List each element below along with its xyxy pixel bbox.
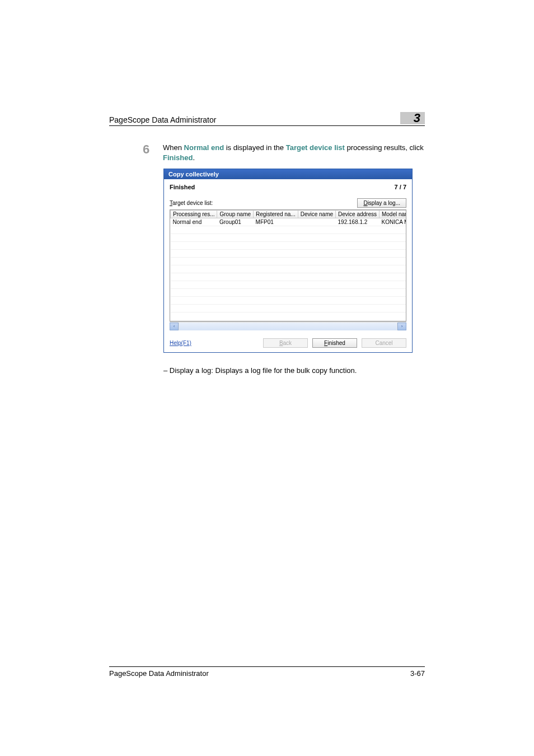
dialog-titlebar: Copy collectively [164, 169, 412, 179]
table-row[interactable]: Normal end Group01 MFP01 192.168.1.2 KON… [171, 218, 407, 226]
display-log-button[interactable]: Display a log... [357, 198, 406, 208]
chapter-number: 3 [400, 112, 425, 124]
col-device-address[interactable]: Device address [336, 211, 380, 218]
col-model-name[interactable]: Model name [379, 211, 406, 218]
display-log-note: – Display a log: Displays a log file for… [163, 366, 425, 375]
cell: MFP01 [254, 218, 298, 226]
table-row [171, 265, 407, 273]
table-row [171, 250, 407, 258]
cell: Group01 [217, 218, 254, 226]
horizontal-scrollbar[interactable]: ‹ › [170, 321, 406, 330]
table-row [171, 281, 407, 289]
copy-collectively-dialog: Copy collectively Finished 7 / 7 TTarget… [163, 169, 413, 353]
scroll-track[interactable] [179, 323, 397, 330]
step-6: 6 When Normal end is displayed in the Ta… [143, 143, 425, 163]
table-row [171, 242, 407, 250]
table-header-row: Processing res... Group name Registered … [171, 211, 407, 218]
footer-title: PageScope Data Administrator [109, 669, 209, 678]
header-title: PageScope Data Administrator [109, 115, 216, 124]
page-footer: PageScope Data Administrator 3-67 [109, 666, 425, 678]
col-group-name[interactable]: Group name [217, 211, 254, 218]
t: When [163, 143, 184, 152]
table-row [171, 226, 407, 234]
finished-button[interactable]: Finished [312, 338, 357, 348]
col-registered-name[interactable]: Registered na... [254, 211, 298, 218]
t: Target device list [286, 143, 345, 152]
step-text: When Normal end is displayed in the Targ… [163, 143, 425, 163]
t: processing results, click [345, 143, 424, 152]
dialog-step-count: 7 / 7 [395, 184, 406, 190]
target-device-table[interactable]: Processing res... Group name Registered … [170, 209, 406, 321]
table-row [171, 289, 407, 297]
cancel-button: Cancel [362, 338, 406, 348]
t: Finished [163, 153, 193, 162]
table-row [171, 234, 407, 242]
table-row [171, 273, 407, 281]
page-header: PageScope Data Administrator 3 [109, 112, 425, 126]
cell: 192.168.1.2 [336, 218, 380, 226]
scroll-left-icon[interactable]: ‹ [170, 323, 179, 330]
back-button: Back [263, 338, 308, 348]
col-device-name[interactable]: Device name [298, 211, 335, 218]
table-row [171, 297, 407, 305]
cell [298, 218, 335, 226]
footer-page-number: 3-67 [410, 669, 425, 678]
cell: Normal end [171, 218, 217, 226]
t: is displayed in the [224, 143, 286, 152]
step-number: 6 [143, 143, 163, 163]
dialog-status: Finished [170, 184, 195, 190]
target-device-list-label: TTarget device list:arget device list: [170, 200, 213, 206]
col-processing-result[interactable]: Processing res... [171, 211, 217, 218]
scroll-right-icon[interactable]: › [397, 323, 406, 330]
t: Normal end [184, 143, 224, 152]
help-link[interactable]: Help(F1) [170, 340, 191, 346]
t: . [193, 153, 195, 162]
table-row [171, 305, 407, 312]
cell: KONICA MINOLTA C450 [379, 218, 406, 226]
table-row [171, 258, 407, 265]
